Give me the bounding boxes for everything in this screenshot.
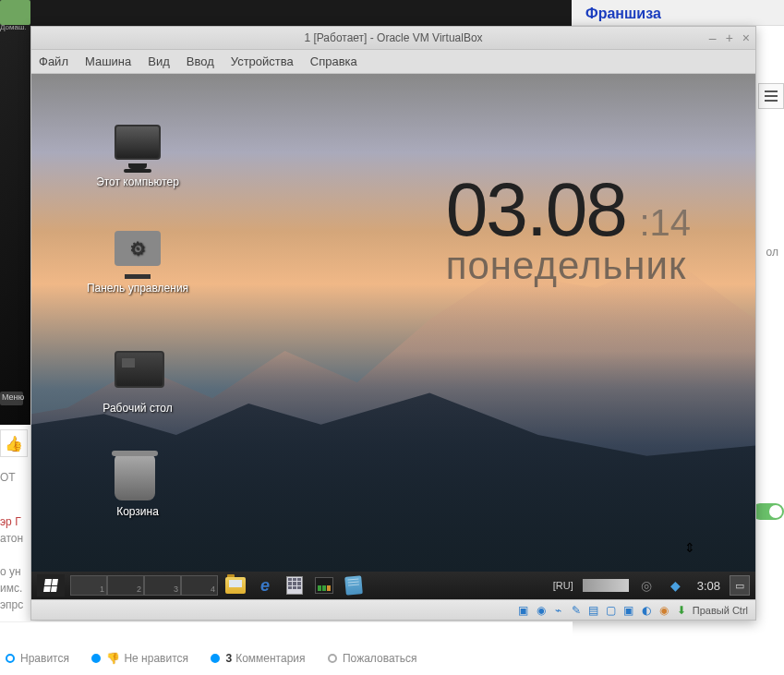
report-button[interactable]: Пожаловаться (328, 652, 417, 665)
sb-optical-icon[interactable]: ◉ (535, 604, 548, 617)
taskbar-clock[interactable]: 3:08 (694, 579, 724, 593)
menu-help[interactable]: Справка (310, 54, 357, 68)
computer-label: Этот компьютер (96, 175, 179, 188)
sb-hostkey-label: Правый Ctrl (693, 605, 748, 616)
menu-input[interactable]: Ввод (187, 54, 214, 68)
sb-recording-icon[interactable]: ◐ (640, 604, 653, 617)
internet-explorer-launcher[interactable]: e (253, 575, 277, 596)
article-snippet: ОТ эр Г атон о ун имс. эпрс (0, 469, 23, 613)
host-menu-button[interactable]: Меню (0, 392, 23, 405)
trash-icon (115, 454, 155, 500)
desktop-icon-desktop[interactable]: Рабочий стол (73, 351, 202, 415)
guest-desktop[interactable]: 03.08 :14 понедельник Этот компьютер Пан… (31, 74, 755, 599)
folder-icon (225, 577, 246, 594)
side-text: ол (766, 246, 778, 259)
sb-audio-icon[interactable]: ▤ (587, 604, 600, 617)
sb-display-icon[interactable]: ▣ (622, 604, 635, 617)
sb-network-icon[interactable]: ▢ (605, 604, 618, 617)
home-folder-label: Домаш. (0, 23, 27, 31)
toggle-switch[interactable] (752, 503, 784, 520)
sb-shared-folder-icon[interactable]: ✎ (570, 604, 583, 617)
minimize-button[interactable]: – (709, 30, 717, 45)
calculator-icon (286, 576, 303, 595)
workspace-pager: 1 2 3 4 (70, 575, 218, 596)
sb-vrde-icon[interactable]: ◉ (657, 604, 670, 617)
calculator-launcher[interactable] (283, 575, 307, 596)
like-button[interactable]: Нравится (6, 652, 69, 665)
dislike-button[interactable]: 👎Не нравится (91, 652, 188, 665)
control-panel-icon (115, 231, 161, 266)
control-panel-label: Панель управления (87, 282, 188, 295)
workspace-2[interactable]: 2 (107, 575, 144, 596)
file-explorer-launcher[interactable] (223, 575, 247, 596)
comments-bar: Нравится 👎Не нравится 3Комментария Пожал… (0, 621, 573, 675)
desktop-clock-widget: 03.08 :14 понедельник (446, 166, 691, 288)
menu-devices[interactable]: Устройства (231, 54, 294, 68)
desktop-folder-icon (115, 351, 164, 388)
vbox-title-text: 1 [Работает] - Oracle VM VirtualBox (304, 31, 482, 44)
clock-day: понедельник (446, 244, 691, 288)
notepad-icon (344, 575, 363, 595)
volume-slider[interactable] (583, 579, 629, 592)
menu-machine[interactable]: Машина (85, 54, 131, 68)
franshiza-link[interactable]: Франшиза (585, 6, 661, 22)
host-desktop-bg2 (30, 0, 585, 26)
desktop-icon-trash[interactable]: Корзина (73, 454, 202, 518)
clock-seconds: :14 (639, 202, 691, 243)
clock-time: 03.08 (446, 167, 626, 251)
resize-cursor-icon: ⇕ (684, 540, 695, 555)
workspace-1[interactable]: 1 (70, 575, 107, 596)
computer-icon (115, 125, 161, 160)
workspace-4[interactable]: 4 (181, 575, 218, 596)
virtualbox-window: 1 [Работает] - Oracle VM VirtualBox – + … (30, 26, 756, 621)
menu-view[interactable]: Вид (148, 54, 170, 68)
start-button[interactable] (37, 574, 65, 597)
thumbs-up-icon[interactable]: 👍 (0, 429, 28, 457)
trash-label: Корзина (116, 505, 159, 518)
windows-logo-icon (43, 579, 58, 592)
vbox-menubar: Файл Машина Вид Ввод Устройства Справка (31, 50, 755, 74)
comments-count[interactable]: 3Комментария (211, 652, 305, 665)
close-button[interactable]: × (742, 30, 750, 45)
menu-file[interactable]: Файл (39, 54, 68, 68)
desktop-label: Рабочий стол (103, 402, 172, 415)
desktop-icon-control-panel[interactable]: Панель управления (73, 231, 202, 295)
show-desktop-button[interactable]: ▭ (730, 575, 750, 596)
tray-update-icon[interactable]: ◆ (664, 575, 688, 596)
sb-guest-additions-icon[interactable]: ⬇ (675, 604, 688, 617)
notepad-launcher[interactable] (342, 575, 366, 596)
home-folder-icon[interactable] (0, 0, 30, 25)
hamburger-menu-icon[interactable] (758, 83, 784, 109)
sb-usb-icon[interactable]: ⌁ (552, 604, 565, 617)
host-desktop-bg (0, 0, 30, 425)
task-manager-launcher[interactable] (312, 575, 336, 596)
workspace-3[interactable]: 3 (144, 575, 181, 596)
guest-taskbar: 1 2 3 4 e [RU] ◎ ◆ 3:08 ▭ (31, 572, 755, 599)
language-indicator[interactable]: [RU] (549, 578, 577, 593)
maximize-button[interactable]: + (726, 30, 733, 45)
vbox-statusbar: ▣ ◉ ⌁ ✎ ▤ ▢ ▣ ◐ ◉ ⬇ Правый Ctrl (31, 599, 755, 620)
sb-hdd-icon[interactable]: ▣ (517, 604, 530, 617)
desktop-icon-computer[interactable]: Этот компьютер (73, 125, 202, 188)
task-manager-icon (315, 577, 333, 594)
vbox-titlebar[interactable]: 1 [Работает] - Oracle VM VirtualBox – + … (31, 27, 755, 50)
tray-disc-icon[interactable]: ◎ (634, 575, 658, 596)
